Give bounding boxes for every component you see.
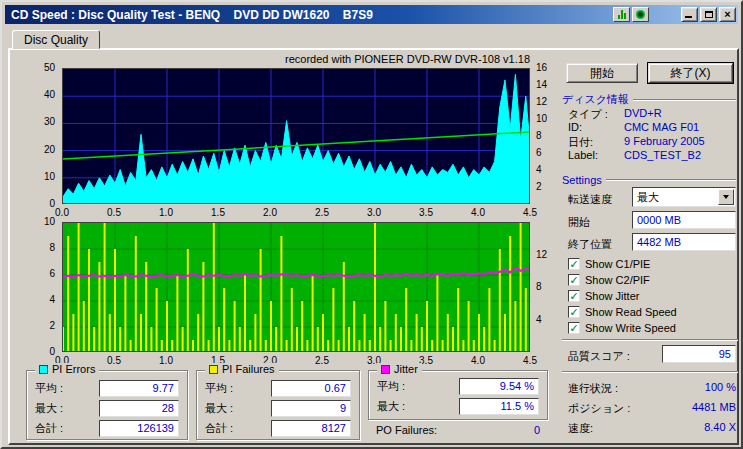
quality-score-value: 95 bbox=[662, 345, 736, 363]
disc-icon-button[interactable] bbox=[632, 7, 649, 22]
position-label: ポジション : bbox=[568, 401, 630, 416]
end-pos-field[interactable]: 4482 MB bbox=[632, 233, 736, 251]
check-icon: ✓ bbox=[569, 291, 578, 302]
axis-tick: 8 bbox=[534, 281, 558, 292]
jitter-avg-value: 9.54 % bbox=[459, 378, 539, 395]
show-read-speed-checkbox[interactable]: ✓ Show Read Speed bbox=[568, 305, 677, 319]
pi-errors-total-label: 合計 : bbox=[35, 421, 63, 436]
divider bbox=[606, 179, 736, 181]
pi-errors-group: PI Errors 平均 :9.77 最大 :28 合計 :126139 bbox=[26, 370, 188, 440]
end-pos-label: 終了位置 bbox=[568, 237, 612, 252]
chart-plot-0 bbox=[62, 68, 530, 204]
axis-tick: 0 bbox=[30, 346, 58, 357]
disc-id-label: ID: bbox=[568, 121, 582, 133]
chart-1-y-right: 1284 bbox=[534, 222, 558, 352]
axis-tick: 2 bbox=[534, 181, 558, 192]
show-c1-pie-checkbox[interactable]: ✓ Show C1/PIE bbox=[568, 257, 650, 271]
disc-date-label: 日付: bbox=[568, 135, 593, 150]
disc-type-label: タイプ : bbox=[568, 107, 608, 122]
disc-icon bbox=[636, 10, 645, 19]
axis-tick: 10 bbox=[534, 113, 558, 124]
axis-tick: 3.0 bbox=[367, 207, 381, 218]
checkbox-label: Show C1/PIE bbox=[585, 258, 650, 270]
minimize-button[interactable] bbox=[681, 7, 698, 22]
check-icon: ✓ bbox=[569, 323, 578, 334]
pi-failures-max-value: 9 bbox=[271, 400, 351, 417]
axis-tick: 0.5 bbox=[107, 207, 121, 218]
recorded-with-note: recorded with PIONEER DVD-RW DVR-108 v1.… bbox=[62, 53, 530, 65]
title-bar[interactable]: CD Speed : Disc Quality Test - BENQ DVD … bbox=[5, 5, 738, 24]
divider bbox=[562, 339, 738, 341]
pi-failures-max-label: 最大 : bbox=[205, 401, 233, 416]
disc-label-label: Label: bbox=[568, 149, 598, 161]
progress-label: 進行状況 : bbox=[568, 381, 618, 396]
axis-tick: 2.5 bbox=[315, 207, 329, 218]
chart-1-y-left: 1086420 bbox=[30, 222, 58, 352]
axis-tick: 4.5 bbox=[523, 355, 537, 366]
po-failures-row: PO Failures: 0 bbox=[376, 424, 540, 436]
axis-tick: 0 bbox=[30, 198, 58, 209]
axis-tick: 2 bbox=[30, 320, 58, 331]
axis-tick: 16 bbox=[534, 62, 558, 73]
minimize-icon bbox=[685, 16, 692, 18]
start-button[interactable]: 開始 bbox=[566, 63, 638, 83]
axis-tick: 14 bbox=[534, 79, 558, 90]
checkbox-box: ✓ bbox=[568, 290, 580, 302]
close-button[interactable]: × bbox=[719, 7, 736, 22]
pi-failures-avg-label: 平均 : bbox=[205, 381, 233, 396]
jitter-swatch-icon bbox=[381, 365, 390, 374]
chart-0-y-left: 50403020100 bbox=[30, 68, 58, 204]
axis-tick: 4 bbox=[534, 164, 558, 175]
chevron-down-icon bbox=[723, 195, 729, 199]
progress-value: 100 % bbox=[626, 381, 736, 393]
show-jitter-checkbox[interactable]: ✓ Show Jitter bbox=[568, 289, 639, 303]
tab-label: Disc Quality bbox=[24, 33, 88, 47]
axis-tick: 4.0 bbox=[471, 207, 485, 218]
tab-disc-quality[interactable]: Disc Quality bbox=[12, 30, 100, 49]
speed-value: 8.40 X bbox=[626, 421, 736, 433]
combo-dropdown-button[interactable] bbox=[718, 189, 734, 205]
axis-tick: 3.5 bbox=[419, 207, 433, 218]
jitter-max-label: 最大 : bbox=[377, 399, 405, 414]
po-failures-value: 0 bbox=[534, 424, 540, 436]
transfer-speed-select[interactable]: 最大 bbox=[632, 187, 736, 207]
axis-tick: 30 bbox=[30, 116, 58, 127]
maximize-button[interactable] bbox=[700, 7, 717, 22]
graph-icon-button[interactable] bbox=[613, 7, 630, 22]
pi-failures-title: PI Failures bbox=[222, 363, 275, 375]
checkbox-box: ✓ bbox=[568, 306, 580, 318]
disc-info-title: ディスク情報 bbox=[562, 92, 629, 107]
start-pos-label: 開始 bbox=[568, 215, 590, 230]
axis-tick: 10 bbox=[30, 171, 58, 182]
check-icon: ✓ bbox=[569, 259, 578, 270]
start-pos-field[interactable]: 0000 MB bbox=[632, 211, 736, 229]
axis-tick: 1.5 bbox=[211, 207, 225, 218]
checkbox-label: Show Write Speed bbox=[585, 322, 676, 334]
pi-failures-swatch-icon bbox=[209, 365, 218, 374]
axis-tick: 1.0 bbox=[159, 207, 173, 218]
axis-tick: 0.5 bbox=[107, 355, 121, 366]
exit-button[interactable]: 終了(X) bbox=[648, 63, 733, 83]
jitter-title: Jitter bbox=[394, 363, 418, 375]
show-write-speed-checkbox[interactable]: ✓ Show Write Speed bbox=[568, 321, 676, 335]
transfer-speed-value: 最大 bbox=[637, 191, 659, 203]
disc-quality-panel: recorded with PIONEER DVD-RW DVR-108 v1.… bbox=[8, 48, 739, 445]
jitter-avg-label: 平均 : bbox=[377, 379, 405, 394]
disc-label-value: CDS_TEST_B2 bbox=[624, 149, 701, 161]
settings-header: Settings bbox=[562, 174, 736, 186]
maximize-icon bbox=[705, 11, 713, 18]
axis-tick: 6 bbox=[534, 147, 558, 158]
axis-tick: 2.5 bbox=[315, 355, 329, 366]
pi-errors-max-label: 最大 : bbox=[35, 401, 63, 416]
axis-tick: 20 bbox=[30, 144, 58, 155]
jitter-legend: Jitter bbox=[377, 363, 422, 375]
show-c2-pif-checkbox[interactable]: ✓ Show C2/PIF bbox=[568, 273, 650, 287]
axis-tick: 10 bbox=[30, 216, 58, 227]
axis-tick: 12 bbox=[534, 96, 558, 107]
check-icon: ✓ bbox=[569, 307, 578, 318]
axis-tick: 4 bbox=[534, 314, 558, 325]
checkbox-label: Show Jitter bbox=[585, 290, 639, 302]
jitter-group: Jitter 平均 :9.54 % 最大 :11.5 % bbox=[368, 370, 548, 420]
chart-plot-1 bbox=[62, 222, 530, 352]
axis-tick: 12 bbox=[534, 249, 558, 260]
